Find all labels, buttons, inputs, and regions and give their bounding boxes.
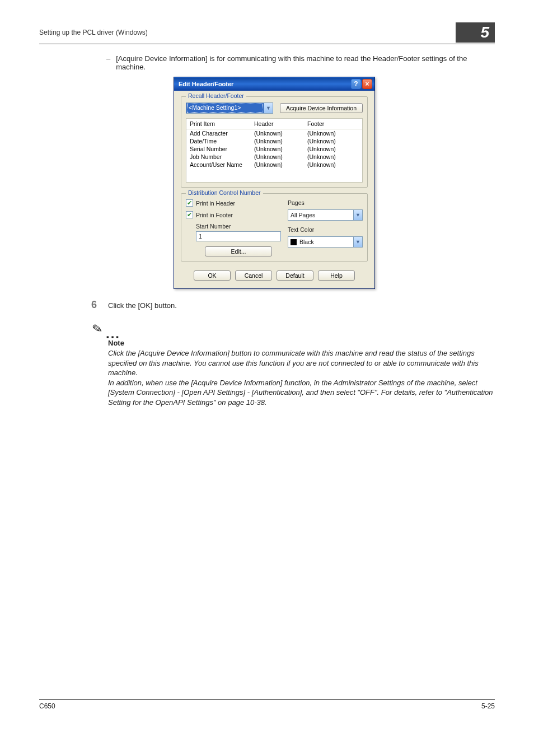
note-paragraph: Click the [Acquire Device Information] b… (108, 348, 495, 378)
footer-left: C650 (39, 702, 55, 710)
step-6: 6 Click the [OK] button. (87, 299, 495, 311)
note-block: ✎ ... Note Click the [Acquire Device Inf… (92, 322, 495, 407)
note-icon: ✎ (91, 321, 104, 338)
chapter-tab: 5 (456, 22, 495, 43)
text-color-value: Black (299, 239, 314, 245)
recall-legend: Recall Header/Footer (186, 92, 246, 99)
note-dots: ... (106, 331, 120, 337)
pages-value: All Pages (288, 210, 353, 220)
ok-button[interactable]: OK (194, 270, 231, 281)
checkbox-label: Print in Header (196, 200, 235, 207)
help-button[interactable]: Help (318, 270, 355, 281)
dash-marker: – (106, 54, 110, 71)
recall-combo-value: <Machine Setting1> (186, 103, 264, 113)
recall-combo[interactable]: <Machine Setting1> ▼ (186, 102, 273, 114)
text-color-label: Text Color (288, 226, 363, 233)
pages-label: Pages (288, 199, 363, 206)
col-header: Print Item (190, 120, 254, 127)
note-label: Note (108, 339, 495, 347)
table-row[interactable]: Add Character (Unknown) (Unknown) (186, 129, 362, 137)
table-row[interactable]: Job Number (Unknown) (Unknown) (186, 153, 362, 161)
checkbox-icon: ✔ (186, 199, 193, 207)
bullet-item: – [Acquire Device Information] is for co… (106, 54, 495, 71)
acquire-device-info-button[interactable]: Acquire Device Information (280, 103, 363, 113)
bullet-text: [Acquire Device Information] is for comm… (116, 54, 495, 71)
col-header: Header (254, 120, 307, 127)
color-swatch (291, 239, 297, 245)
print-item-table[interactable]: Print Item Header Footer Add Character (… (186, 118, 363, 183)
page-footer: C650 5-25 (39, 699, 495, 710)
page-top-header: Setting up the PCL driver (Windows) 5 (39, 22, 495, 44)
help-icon[interactable]: ? (351, 79, 361, 89)
recall-fieldset: Recall Header/Footer <Machine Setting1> … (181, 96, 368, 188)
breadcrumb: Setting up the PCL driver (Windows) (39, 29, 148, 36)
print-in-header-checkbox[interactable]: ✔ Print in Header (186, 199, 281, 207)
checkbox-label: Print in Footer (196, 212, 233, 218)
col-header: Footer (307, 120, 359, 127)
dialog-title: Edit Header/Footer (179, 81, 233, 87)
start-number-label: Start Number (196, 223, 281, 230)
cancel-button[interactable]: Cancel (235, 270, 272, 281)
edit-button[interactable]: Edit... (205, 246, 272, 256)
distribution-fieldset: Distribution Control Number ✔ Print in H… (181, 193, 368, 262)
table-row[interactable]: Serial Number (Unknown) (Unknown) (186, 145, 362, 153)
default-button[interactable]: Default (277, 270, 313, 281)
table-row[interactable]: Account/User Name (Unknown) (Unknown) (186, 161, 362, 169)
note-paragraph: In addition, when use the [Acquire Devic… (108, 378, 495, 408)
footer-right: 5-25 (481, 702, 495, 710)
chevron-down-icon[interactable]: ▼ (353, 210, 362, 220)
start-number-input[interactable] (196, 231, 281, 241)
distribution-legend: Distribution Control Number (186, 189, 263, 196)
step-number: 6 (87, 299, 97, 311)
dialog-titlebar[interactable]: Edit Header/Footer ? × (174, 77, 374, 91)
chevron-down-icon[interactable]: ▼ (353, 237, 362, 247)
text-color-combo[interactable]: Black ▼ (288, 236, 363, 248)
checkbox-icon: ✔ (186, 211, 193, 218)
print-in-footer-checkbox[interactable]: ✔ Print in Footer (186, 211, 281, 218)
table-row[interactable]: Date/Time (Unknown) (Unknown) (186, 137, 362, 145)
pages-combo[interactable]: All Pages ▼ (288, 209, 363, 221)
chevron-down-icon[interactable]: ▼ (264, 103, 273, 113)
step-text: Click the [OK] button. (108, 301, 177, 310)
edit-header-footer-dialog: Edit Header/Footer ? × Recall Header/Foo… (174, 77, 375, 289)
close-icon[interactable]: × (362, 79, 372, 89)
